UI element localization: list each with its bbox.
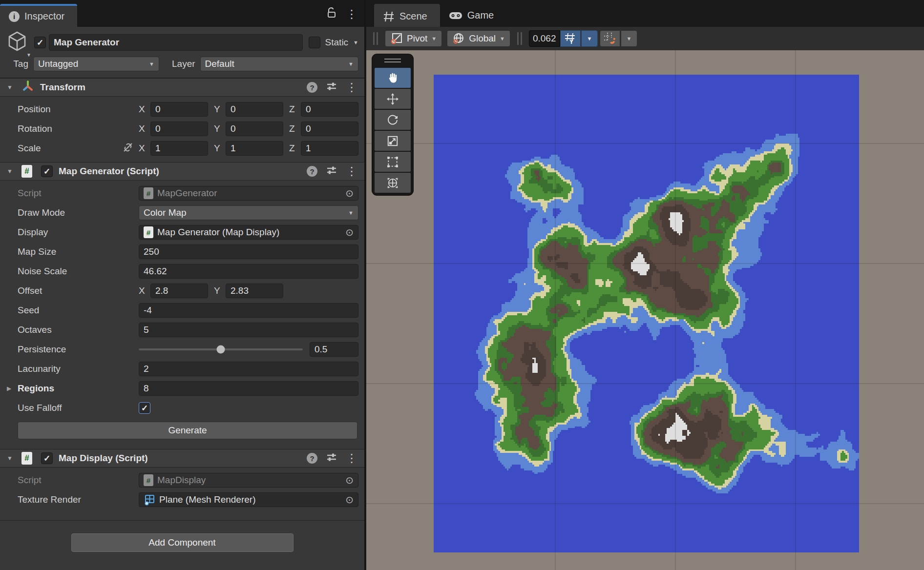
help-icon[interactable]: ? xyxy=(307,82,317,93)
pivot-toggle-button[interactable]: Pivot ▼ xyxy=(385,30,442,47)
regions-count-field[interactable]: 8 xyxy=(139,381,358,396)
presets-icon[interactable] xyxy=(326,452,337,465)
presets-icon[interactable] xyxy=(326,81,337,94)
object-picker-icon[interactable]: ⊙ xyxy=(342,188,354,198)
add-component-button[interactable]: Add Component xyxy=(71,533,294,552)
foldout-collapsed-icon[interactable]: ▶ xyxy=(7,385,18,392)
toolbar-separator xyxy=(517,32,522,45)
map-size-field[interactable]: 250 xyxy=(139,244,358,259)
tab-game[interactable]: Game xyxy=(440,4,506,27)
scene-toolbar: Pivot ▼ Global ▼ 0.062 Y ▼ ▼ xyxy=(366,27,924,50)
layer-dropdown[interactable]: Default▼ xyxy=(200,57,358,71)
display-label: Display xyxy=(18,227,139,238)
transform-menu-icon[interactable]: ⋮ xyxy=(346,81,357,93)
grid-snap-button[interactable] xyxy=(600,30,620,47)
persistence-slider[interactable] xyxy=(139,348,303,350)
use-falloff-checkbox[interactable]: ✓ xyxy=(139,402,150,414)
scale-x-field[interactable]: 1 xyxy=(150,141,208,156)
inspector-tabbar: i Inspector ⋮ xyxy=(0,0,364,27)
tag-label: Tag xyxy=(6,59,28,69)
octaves-field[interactable]: 5 xyxy=(139,323,358,337)
rect-tool-button[interactable] xyxy=(375,152,411,172)
rotation-y-field[interactable]: 0 xyxy=(226,122,283,136)
lacunarity-row: Lacunarity 2 xyxy=(0,359,364,379)
noise-scale-field[interactable]: 46.62 xyxy=(139,264,358,279)
display-object-field[interactable]: # Map Generator (Map Display) ⊙ xyxy=(139,225,358,240)
grid-snap-dropdown[interactable]: ▼ xyxy=(621,30,637,47)
csharp-script-icon: # xyxy=(21,452,32,465)
snap-increment-field[interactable]: 0.062 xyxy=(529,30,560,47)
persistence-field[interactable]: 0.5 xyxy=(310,342,358,357)
overlay-drag-handle[interactable] xyxy=(372,54,413,67)
inspector-tab-label: Inspector xyxy=(24,11,64,22)
transform-title: Transform xyxy=(40,82,85,93)
scale-tool-button[interactable] xyxy=(375,131,411,151)
static-checkbox[interactable] xyxy=(309,37,320,48)
tag-dropdown[interactable]: Untagged▼ xyxy=(33,57,159,71)
map-display-enabled-checkbox[interactable]: ✓ xyxy=(41,452,53,464)
position-y-field[interactable]: 0 xyxy=(226,102,283,117)
offset-x-field[interactable]: 2.8 xyxy=(150,284,208,298)
gameobject-icon[interactable]: ▼ xyxy=(6,30,34,56)
grid-visibility-button[interactable]: Y xyxy=(560,30,581,47)
toolbar-separator xyxy=(373,32,378,45)
rotation-label: Rotation xyxy=(18,123,139,134)
unlock-icon[interactable] xyxy=(326,7,337,21)
presets-icon[interactable] xyxy=(326,165,337,178)
foldout-icon[interactable]: ▼ xyxy=(7,455,17,462)
map-display-header[interactable]: ▼ # ✓ Map Display (Script) ? ⋮ xyxy=(0,449,364,468)
transform-tool-button[interactable] xyxy=(375,173,411,193)
inspector-menu-icon[interactable]: ⋮ xyxy=(346,8,357,20)
position-row: Position X0 Y0 Z0 xyxy=(0,100,364,119)
help-icon[interactable]: ? xyxy=(307,453,317,464)
active-checkbox[interactable]: ✓ xyxy=(34,37,46,48)
global-toggle-button[interactable]: Global ▼ xyxy=(447,30,510,47)
offset-label: Offset xyxy=(18,285,139,296)
help-icon[interactable]: ? xyxy=(307,166,317,177)
octaves-label: Octaves xyxy=(18,325,139,335)
scale-z-field[interactable]: 1 xyxy=(301,141,358,156)
persistence-row: Persistence 0.5 xyxy=(0,340,364,359)
tab-scene[interactable]: Scene xyxy=(374,4,440,27)
object-picker-icon[interactable]: ⊙ xyxy=(342,495,354,505)
position-x-field[interactable]: 0 xyxy=(150,102,208,117)
hand-tool-button[interactable] xyxy=(375,68,411,88)
persistence-slider-handle[interactable] xyxy=(217,346,225,354)
texture-render-object-field[interactable]: Plane (Mesh Renderer) ⊙ xyxy=(139,492,358,507)
rotation-row: Rotation X0 Y0 Z0 xyxy=(0,119,364,139)
object-picker-icon[interactable]: ⊙ xyxy=(342,227,354,237)
static-dropdown-icon[interactable]: ▼ xyxy=(353,40,358,45)
scene-tools-overlay xyxy=(372,54,413,195)
map-generator-enabled-checkbox[interactable]: ✓ xyxy=(41,165,53,177)
chevron-down-icon: ▼ xyxy=(500,36,505,41)
map-generator-header[interactable]: ▼ # ✓ Map Generator (Script) ? ⋮ xyxy=(0,162,364,181)
object-picker-icon[interactable]: ⊙ xyxy=(342,475,354,485)
position-z-field[interactable]: 0 xyxy=(301,102,358,117)
scale-y-field[interactable]: 1 xyxy=(226,141,283,156)
scene-gridline xyxy=(366,383,924,384)
transform-header[interactable]: ▼ Transform ? ⋮ xyxy=(0,78,364,97)
generate-button[interactable]: Generate xyxy=(18,422,357,439)
seed-label: Seed xyxy=(18,305,139,316)
tab-inspector[interactable]: i Inspector xyxy=(0,4,77,27)
draw-mode-dropdown[interactable]: Color Map▼ xyxy=(139,205,358,220)
draw-mode-row: Draw Mode Color Map▼ xyxy=(0,203,364,223)
persistence-label: Persistence xyxy=(18,344,139,355)
foldout-icon[interactable]: ▼ xyxy=(7,84,17,91)
gameobject-name-field[interactable]: Map Generator xyxy=(49,34,303,51)
rotation-x-field[interactable]: 0 xyxy=(150,122,208,136)
lacunarity-field[interactable]: 2 xyxy=(139,362,358,376)
offset-y-field[interactable]: 2.83 xyxy=(226,284,283,298)
scene-viewport[interactable] xyxy=(366,50,924,570)
scene-gridline xyxy=(366,263,924,264)
rotate-tool-button[interactable] xyxy=(375,110,411,130)
component-menu-icon[interactable]: ⋮ xyxy=(346,165,357,177)
grid-visibility-dropdown[interactable]: ▼ xyxy=(581,30,598,47)
rotation-z-field[interactable]: 0 xyxy=(301,122,358,136)
component-menu-icon[interactable]: ⋮ xyxy=(346,452,357,464)
foldout-icon[interactable]: ▼ xyxy=(7,168,17,175)
move-tool-button[interactable] xyxy=(375,89,411,109)
regions-row[interactable]: ▶ Regions 8 xyxy=(0,379,364,398)
seed-field[interactable]: -4 xyxy=(139,303,358,318)
unlinked-scale-icon[interactable] xyxy=(122,142,134,156)
